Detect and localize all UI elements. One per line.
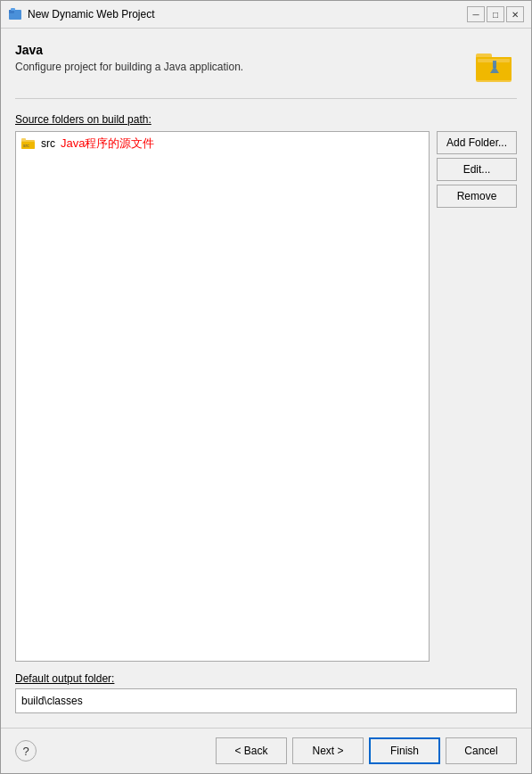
- buttons-panel: Add Folder... Edit... Remove: [437, 131, 517, 662]
- help-button[interactable]: ?: [15, 740, 37, 762]
- main-area: src src Java程序的源文件 Add Folder... Edit...…: [15, 131, 517, 662]
- maximize-button[interactable]: □: [487, 6, 504, 22]
- remove-button[interactable]: Remove: [437, 185, 517, 208]
- svg-text:src: src: [23, 143, 29, 148]
- src-name: src: [41, 137, 55, 150]
- src-folder-icon: src: [21, 136, 36, 151]
- window-title: New Dynamic Web Project: [28, 8, 462, 21]
- cancel-button[interactable]: Cancel: [446, 737, 517, 764]
- source-section-label: Source folders on build path:: [15, 113, 517, 126]
- src-annotation: Java程序的源文件: [61, 136, 154, 152]
- svg-rect-8: [493, 61, 496, 68]
- add-folder-button[interactable]: Add Folder...: [437, 131, 517, 154]
- finish-button[interactable]: Finish: [369, 737, 440, 764]
- header-title: Java: [15, 43, 472, 57]
- output-section: Default output folder:: [15, 672, 517, 713]
- footer-left: ?: [15, 740, 37, 762]
- java-folder-icon: [472, 43, 517, 87]
- svg-rect-2: [11, 8, 15, 11]
- header-text: Java Configure project for building a Ja…: [15, 43, 472, 73]
- list-item[interactable]: src src Java程序的源文件: [16, 132, 429, 155]
- dialog-window: New Dynamic Web Project ─ □ ✕ Java Confi…: [0, 0, 532, 774]
- output-label: Default output folder:: [15, 672, 517, 685]
- back-button[interactable]: < Back: [216, 737, 287, 764]
- header-description: Configure project for building a Java ap…: [15, 61, 472, 73]
- dialog-content: Java Configure project for building a Ja…: [1, 29, 531, 728]
- dialog-footer: ? < Back Next > Finish Cancel: [1, 728, 531, 773]
- edit-button[interactable]: Edit...: [437, 158, 517, 181]
- window-icon: [8, 7, 22, 21]
- footer-right: < Back Next > Finish Cancel: [216, 737, 517, 764]
- header-section: Java Configure project for building a Ja…: [15, 43, 517, 99]
- svg-rect-11: [21, 138, 26, 141]
- source-list[interactable]: src src Java程序的源文件: [15, 131, 430, 662]
- close-button[interactable]: ✕: [506, 6, 524, 22]
- minimize-button[interactable]: ─: [467, 6, 485, 22]
- title-bar: New Dynamic Web Project ─ □ ✕: [1, 1, 531, 29]
- output-folder-input[interactable]: [15, 688, 517, 713]
- next-button[interactable]: Next >: [292, 737, 364, 764]
- window-controls: ─ □ ✕: [467, 6, 524, 22]
